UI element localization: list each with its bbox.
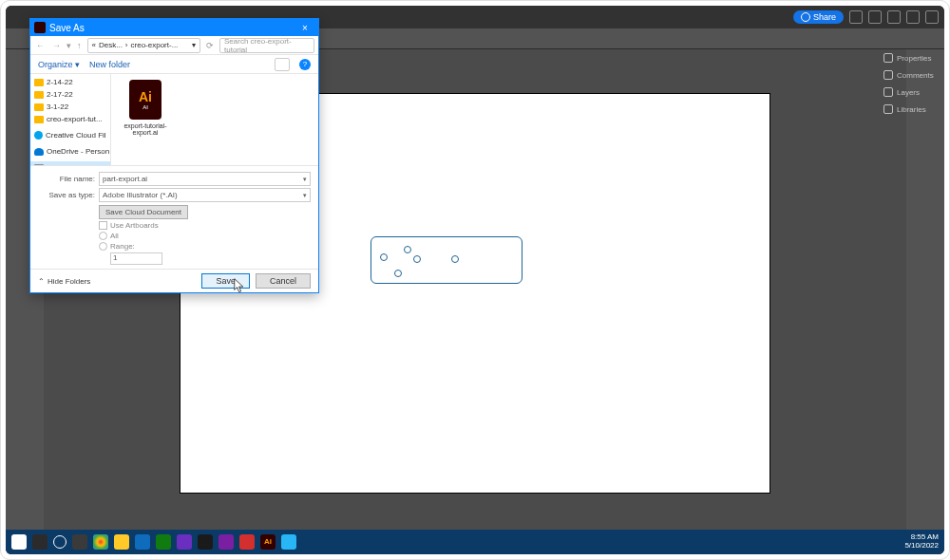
save-cloud-button[interactable]: Save Cloud Document <box>99 205 188 219</box>
forward-icon[interactable]: → <box>50 41 63 50</box>
folder-label: OneDrive - Person <box>47 147 109 156</box>
libraries-icon <box>884 104 893 114</box>
onedrive-item[interactable]: OneDrive - Person <box>30 145 110 158</box>
file-label: export-tutorial-export.ai <box>117 122 174 136</box>
vector-circle[interactable] <box>451 255 459 263</box>
github-icon[interactable] <box>198 534 213 550</box>
windows-taskbar: Ai 8:55 AM 5/10/2022 <box>6 530 944 554</box>
organize-menu[interactable]: Organize ▾ <box>38 60 80 69</box>
chrome-icon[interactable] <box>93 534 108 550</box>
panel-label: Libraries <box>897 105 926 114</box>
window-close-icon[interactable] <box>925 10 939 24</box>
explorer-icon[interactable] <box>114 534 129 550</box>
filename-value: part-export.ai <box>103 175 147 183</box>
app-icon[interactable] <box>239 534 255 550</box>
app-icon[interactable] <box>177 534 192 550</box>
field-section: File name: part-export.ai Save as type: … <box>30 165 318 269</box>
vector-circle[interactable] <box>413 255 421 263</box>
panel-libraries[interactable]: Libraries <box>878 101 944 118</box>
view-mode-icon[interactable] <box>275 58 290 71</box>
cortana-icon[interactable] <box>53 535 66 549</box>
layers-icon <box>884 87 893 97</box>
breadcrumb[interactable]: « Desk... › creo-export-... ▾ <box>87 38 201 53</box>
window-min-icon[interactable] <box>887 10 901 24</box>
panel-layers[interactable]: Layers <box>878 84 944 101</box>
start-icon[interactable] <box>11 534 27 550</box>
filename-input[interactable]: part-export.ai <box>99 172 311 186</box>
search-input[interactable]: Search creo-export-tutorial <box>219 38 314 53</box>
radio-range[interactable] <box>99 242 107 251</box>
vector-rect[interactable] <box>370 236 522 284</box>
panel-label: Properties <box>897 54 931 63</box>
file-list[interactable]: Ai AI export-tutorial-export.ai <box>111 74 318 165</box>
new-folder-button[interactable]: New folder <box>89 60 130 69</box>
dialog-title: Save As <box>49 23 85 33</box>
search-icon[interactable] <box>849 10 863 24</box>
dialog-toolbar: Organize ▾ New folder ? <box>30 55 318 74</box>
taskview-icon[interactable] <box>72 534 87 550</box>
app-icon[interactable] <box>218 534 234 550</box>
file-item[interactable]: Ai AI export-tutorial-export.ai <box>117 80 174 136</box>
nav-pane: 2-14-22 2-17-22 3-1-22 creo-export-tut..… <box>30 74 111 165</box>
folder-icon <box>34 116 44 123</box>
app-icon[interactable] <box>281 534 296 550</box>
folder-icon <box>34 79 44 86</box>
system-tray[interactable]: 8:55 AM 5/10/2022 <box>904 533 939 551</box>
nav-toolbar: ← → ▾ ↑ « Desk... › creo-export-... ▾ ⟳ … <box>30 36 318 55</box>
folder-item[interactable]: creo-export-tut... <box>30 113 110 125</box>
folder-label: creo-export-tut... <box>47 115 103 123</box>
use-artboards-label: Use Artboards <box>110 221 159 230</box>
vector-circle[interactable] <box>380 253 388 261</box>
saveastype-value: Adobe Illustrator (*.AI) <box>103 191 178 199</box>
dialog-footer: ⌃Hide Folders Save Cancel <box>30 269 318 292</box>
saveastype-label: Save as type: <box>38 191 95 199</box>
folder-item[interactable]: 3-1-22 <box>30 101 110 113</box>
folder-label: 3-1-22 <box>47 103 68 111</box>
cloud-item[interactable]: Creative Cloud Fil <box>30 129 110 141</box>
share-button[interactable]: Share <box>793 10 844 24</box>
crumb[interactable]: creo-export-... <box>131 41 179 49</box>
illustrator-icon[interactable]: Ai <box>260 534 276 550</box>
app-icon[interactable] <box>135 534 150 550</box>
right-dock <box>906 49 944 537</box>
range-label: Range: <box>110 242 135 251</box>
help-icon[interactable]: ? <box>299 59 311 70</box>
saveastype-select[interactable]: Adobe Illustrator (*.AI) <box>99 188 311 202</box>
panel-label: Layers <box>897 88 920 97</box>
folder-label: 2-17-22 <box>47 90 73 99</box>
radio-all[interactable] <box>99 232 107 240</box>
comments-icon <box>884 70 893 80</box>
folder-item[interactable]: 2-14-22 <box>30 76 110 88</box>
all-label: All <box>110 232 119 240</box>
app-icon <box>34 22 46 33</box>
cancel-button[interactable]: Cancel <box>256 273 311 289</box>
ai-file-icon: Ai AI <box>129 80 162 120</box>
vector-circle[interactable] <box>404 246 411 253</box>
search-icon[interactable] <box>32 534 48 550</box>
folder-label: 2-14-22 <box>47 78 73 86</box>
up-icon[interactable]: ↑ <box>75 41 84 50</box>
save-button[interactable]: Save <box>201 273 250 289</box>
close-icon[interactable]: × <box>295 23 314 33</box>
folder-item[interactable]: 2-17-22 <box>30 88 110 101</box>
properties-icon <box>884 53 893 63</box>
filename-label: File name: <box>38 175 95 183</box>
range-input[interactable]: 1 <box>110 252 162 265</box>
checkbox[interactable] <box>99 221 107 230</box>
crumb[interactable]: Desk... <box>99 41 123 49</box>
window-max-icon[interactable] <box>906 10 920 24</box>
panel-comments[interactable]: Comments <box>878 66 944 84</box>
refresh-icon[interactable]: ⟳ <box>204 41 216 50</box>
hide-folders-toggle[interactable]: ⌃Hide Folders <box>38 277 90 286</box>
panel-properties[interactable]: Properties <box>878 49 944 66</box>
panel-tabs: Properties Comments Layers Libraries <box>878 49 944 118</box>
save-as-dialog: Save As × ← → ▾ ↑ « Desk... › creo-expor… <box>29 18 319 293</box>
clock-date: 5/10/2022 <box>904 542 939 551</box>
hide-folders-label: Hide Folders <box>48 277 90 286</box>
thumb-text: Ai <box>139 89 152 104</box>
arrange-icon[interactable] <box>868 10 882 24</box>
share-label: Share <box>813 12 836 22</box>
app-icon[interactable] <box>156 534 171 550</box>
back-icon[interactable]: ← <box>34 41 47 50</box>
vector-circle[interactable] <box>394 270 402 277</box>
